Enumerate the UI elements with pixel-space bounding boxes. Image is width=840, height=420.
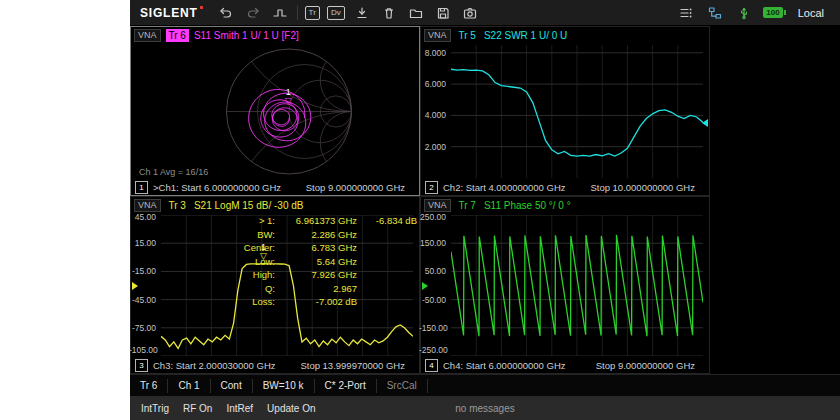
spacer (357, 228, 417, 242)
trace-label[interactable]: Tr 5 (456, 29, 479, 42)
redo-icon[interactable] (243, 3, 263, 23)
channel-start-label: Ch3: Start 2.000030000 GHz (153, 360, 276, 371)
screenshot-camera-icon[interactable] (460, 3, 480, 23)
panel-header: VNA Tr 6 S11 Smith 1 U/ 1 U [F2] (131, 27, 419, 43)
y-tick-label: -15.00 (129, 266, 156, 276)
y-tick-label: 50.00 (419, 266, 446, 276)
window-number-badge[interactable]: 3 (135, 359, 148, 372)
y-tick-label: -45.00 (129, 295, 156, 305)
swr-trace-area[interactable] (451, 45, 703, 178)
active-channel-indicator[interactable]: Ch 1 (168, 379, 210, 393)
trace-format-label: S22 SWR 1 U/ 0 U (484, 30, 567, 41)
sweep-mode-indicator[interactable]: Cont (211, 379, 253, 393)
window-number-badge[interactable]: 4 (425, 359, 438, 372)
smith-chart-area[interactable]: 1▽ (135, 45, 415, 178)
trace-label[interactable]: Tr 3 (166, 199, 189, 212)
y-tick-label: 2.000 (419, 142, 446, 152)
high-label: High: (227, 268, 275, 282)
phase-trace-area[interactable] (451, 215, 703, 356)
siglent-logo: SIGLENT (140, 6, 203, 20)
vna-screen: SIGLENT Tr Dv (130, 0, 840, 420)
toolbar: SIGLENT Tr Dv (130, 0, 840, 26)
y-axis-labels: 8.0006.0004.0002.000 (421, 45, 448, 178)
swr-plot: 8.0006.0004.0002.000 (421, 43, 709, 180)
undo-icon[interactable] (216, 3, 236, 23)
channel-start-label: Ch4: Start 6.000000000 GHz (443, 360, 566, 371)
channel-stop-label: Stop 10.000000000 GHz (590, 182, 695, 193)
open-file-icon[interactable] (406, 3, 426, 23)
marker-1[interactable]: 1▽ (285, 88, 292, 106)
logm-plot: 45.0015.00-15.00-45.00-75.00-105.00 1▽ >… (131, 213, 419, 358)
loss-label: Loss: (227, 295, 275, 309)
center-label: Center: (227, 241, 275, 255)
menu-icon[interactable] (676, 3, 696, 23)
loss-value: -7.002 dB (275, 295, 357, 309)
delete-icon[interactable] (379, 3, 399, 23)
usb-icon[interactable] (734, 3, 754, 23)
y-tick-label: 15.00 (129, 238, 156, 248)
y-tick-label: -105.00 (129, 345, 156, 355)
marker-readout-row: BW: 2.286 GHz (227, 228, 417, 242)
local-button[interactable]: Local (792, 6, 830, 20)
marker-triangle-icon: ▽ (285, 97, 292, 106)
spacer (357, 282, 417, 296)
smith-chart-svg (135, 45, 415, 178)
y-tick-label: -150.00 (419, 323, 446, 333)
marker-readout-row: Low: 5.64 GHz (227, 255, 417, 269)
lan-icon[interactable] (705, 3, 725, 23)
panel-footer: 4 Ch4: Start 6.000000000 GHz Stop 9.0000… (421, 358, 709, 373)
panel-footer: 2 Ch2: Start 4.000000000 GHz Stop 10.000… (421, 180, 709, 195)
reference-level-marker (132, 282, 138, 290)
y-tick-label: 150.00 (419, 238, 446, 248)
bandwidth-value: 2.286 GHz (275, 228, 357, 242)
if-bandwidth-indicator[interactable]: BW=10 k (253, 379, 315, 393)
panel-header: VNA Tr 7 S11 Phase 50 °/ 0 ° (421, 197, 709, 213)
system-status-bar: IntTrig RF On IntRef Update On no messag… (130, 396, 840, 420)
swr-trace-svg (451, 45, 703, 178)
trigger-waveform-icon[interactable] (270, 3, 290, 23)
add-trace-icon[interactable]: Tr (305, 6, 320, 20)
window-label[interactable]: VNA (424, 29, 451, 42)
panel-header: VNA Tr 3 S21 LogM 15 dB/ -30 dB (131, 197, 419, 213)
y-tick-label: -250.00 (419, 345, 446, 355)
spacer (357, 295, 417, 309)
window-label[interactable]: VNA (134, 29, 161, 42)
y-tick-label: 6.000 (419, 79, 446, 89)
average-status-text: Ch 1 Avg = 16/16 (139, 167, 208, 177)
srccal-indicator[interactable]: SrcCal (377, 379, 428, 393)
spacer (357, 255, 417, 269)
save-icon[interactable] (433, 3, 453, 23)
spacer (357, 241, 417, 255)
high-value: 7.926 GHz (275, 268, 357, 282)
panel-phase: VNA Tr 7 S11 Phase 50 °/ 0 ° 250.00150.0… (420, 196, 710, 374)
marker-id-label: > 1: (227, 214, 275, 228)
marker-readout-row: Q: 2.967 (227, 282, 417, 296)
window-label[interactable]: VNA (134, 199, 161, 212)
panel-footer: 1 >Ch1: Start 6.000000000 GHz Stop 9.000… (131, 180, 419, 195)
reference-level-marker (702, 119, 708, 127)
trace-format-label: S21 LogM 15 dB/ -30 dB (194, 200, 304, 211)
add-window-icon[interactable]: Dv (327, 6, 345, 20)
import-icon[interactable] (352, 3, 372, 23)
y-tick-label: 250.00 (419, 212, 446, 222)
channel-start-label: >Ch1: Start 6.000000000 GHz (153, 182, 281, 193)
y-tick-label: -75.00 (129, 323, 156, 333)
battery-icon: 100 (763, 7, 782, 18)
window-number-badge[interactable]: 2 (425, 181, 438, 194)
calibration-indicator[interactable]: C* 2-Port (315, 379, 377, 393)
marker-readout-row: > 1: 6.961373 GHz -6.834 dB (227, 214, 417, 228)
low-value: 5.64 GHz (275, 255, 357, 269)
spacer (357, 268, 417, 282)
active-trace-indicator[interactable]: Tr 6 (130, 379, 168, 393)
reference-status: IntRef (219, 403, 260, 414)
window-number-badge[interactable]: 1 (135, 181, 148, 194)
trace-label[interactable]: Tr 7 (456, 199, 479, 212)
q-value: 2.967 (275, 282, 357, 296)
channel-stop-label: Stop 13.999970000 GHz (300, 360, 405, 371)
trace-label[interactable]: Tr 6 (166, 29, 189, 42)
trace-format-label: S11 Phase 50 °/ 0 ° (484, 200, 571, 211)
panel-logm: VNA Tr 3 S21 LogM 15 dB/ -30 dB 45.0015.… (130, 196, 420, 374)
marker-readout-table: > 1: 6.961373 GHz -6.834 dB BW: 2.286 GH… (227, 214, 417, 309)
window-label[interactable]: VNA (424, 199, 451, 212)
panel-footer: 3 Ch3: Start 2.000030000 GHz Stop 13.999… (131, 358, 419, 373)
